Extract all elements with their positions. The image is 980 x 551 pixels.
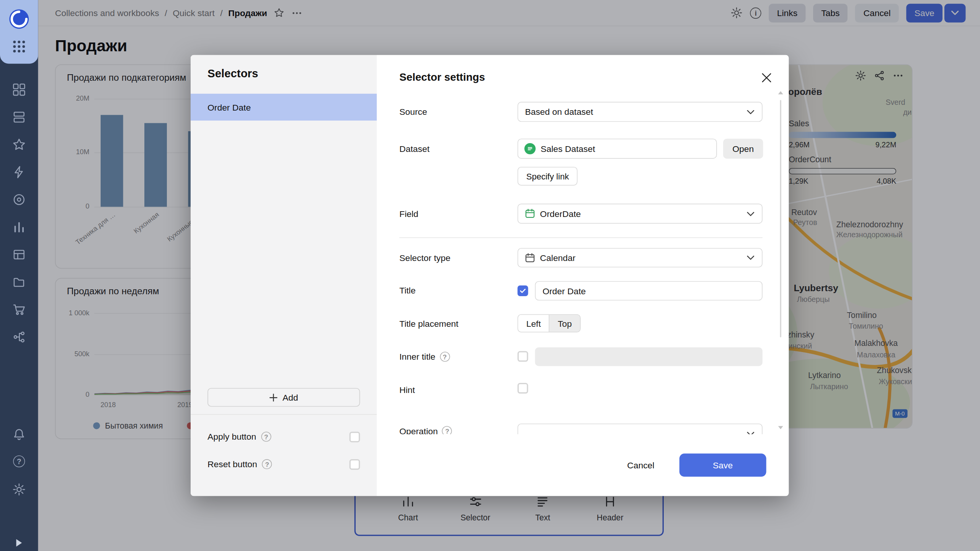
plus-icon — [270, 393, 278, 401]
apply-button-label: Apply button — [207, 432, 256, 442]
add-selector-button[interactable]: Add — [207, 388, 360, 407]
title-placement-label: Title placement — [399, 314, 458, 334]
calendar-icon — [525, 209, 535, 218]
scroll-up-icon[interactable] — [778, 91, 783, 94]
reset-button-label: Reset button — [207, 459, 257, 469]
chevron-down-icon — [747, 212, 755, 216]
operation-select[interactable] — [518, 424, 763, 434]
selector-type-label: Selector type — [399, 248, 450, 268]
notifications-bell-icon[interactable] — [13, 428, 26, 441]
expand-sidebar-icon[interactable] — [16, 539, 22, 547]
nav-marketplace-icon[interactable] — [13, 303, 26, 316]
dialog-title: Selector settings — [399, 71, 485, 84]
calendar-icon — [525, 253, 535, 262]
inner-title-input — [535, 347, 763, 366]
selectors-list-panel: Selectors Order Date Add Apply button ? … — [191, 55, 377, 496]
apply-button-option: Apply button ? — [207, 427, 360, 446]
open-dataset-button[interactable]: Open — [723, 139, 763, 158]
divider — [399, 237, 763, 238]
nav-dashboards-icon[interactable] — [13, 83, 26, 96]
title-input[interactable] — [535, 281, 763, 301]
apps-grid-icon[interactable] — [13, 40, 26, 53]
datalens-logo[interactable] — [0, 0, 38, 64]
inner-title-checkbox[interactable] — [518, 351, 528, 362]
help-icon[interactable]: ? — [440, 352, 450, 362]
placement-left-option[interactable]: Left — [518, 315, 549, 332]
hint-label: Hint — [399, 380, 415, 400]
selector-list-item[interactable]: Order Date — [191, 94, 377, 121]
help-icon[interactable]: ? — [442, 426, 452, 434]
field-label: Field — [399, 204, 418, 223]
reset-button-option: Reset button ? — [207, 455, 360, 474]
scrollbar[interactable] — [780, 100, 781, 337]
operation-label: Operation ? — [399, 421, 452, 434]
chevron-down-icon — [747, 256, 755, 260]
nav-collections-icon[interactable] — [13, 111, 26, 124]
title-placement-toggle: Left Top — [518, 314, 581, 332]
settings-form: Source Based on dataset Dataset Sales Da… — [377, 94, 789, 434]
nav-services-icon[interactable] — [13, 331, 26, 344]
help-icon[interactable]: ? — [13, 455, 25, 467]
dataset-field[interactable]: Sales Dataset — [518, 139, 717, 158]
nav-connections-icon[interactable] — [13, 276, 26, 289]
check-icon — [519, 287, 527, 295]
divider — [191, 414, 377, 415]
nav-datasets-icon[interactable] — [13, 248, 26, 261]
dataset-label: Dataset — [399, 139, 430, 158]
cancel-button[interactable]: Cancel — [623, 455, 658, 475]
chevron-down-icon — [747, 431, 755, 434]
apply-button-checkbox[interactable] — [350, 431, 360, 442]
datalens-logo-icon — [8, 8, 30, 30]
hint-checkbox[interactable] — [518, 383, 528, 394]
selector-settings-panel: Selector settings Source Based on datase… — [377, 55, 789, 496]
nav-favorites-icon[interactable] — [13, 138, 26, 151]
selectors-dialog: Selectors Order Date Add Apply button ? … — [191, 55, 789, 496]
specify-link-button[interactable]: Specify link — [518, 167, 578, 186]
help-icon[interactable]: ? — [262, 459, 272, 469]
dialog-footer: Cancel Save — [399, 434, 766, 496]
nav-editor-icon[interactable] — [13, 166, 26, 179]
source-label: Source — [399, 102, 427, 122]
screen: ? Collections and workbooks / Quick star… — [0, 0, 980, 551]
source-select[interactable]: Based on dataset — [518, 102, 763, 122]
nav-disk-icon[interactable] — [13, 193, 26, 206]
save-button[interactable]: Save — [679, 453, 766, 476]
scroll-down-icon[interactable] — [778, 426, 783, 429]
title-checkbox[interactable] — [518, 285, 528, 296]
placement-top-option[interactable]: Top — [550, 315, 580, 332]
inner-title-label: Inner title ? — [399, 347, 450, 367]
close-icon[interactable] — [759, 70, 774, 85]
chevron-down-icon — [747, 110, 755, 114]
sidebar: ? — [0, 0, 38, 551]
field-select[interactable]: OrderDate — [518, 204, 763, 223]
settings-gear-icon[interactable] — [13, 483, 26, 496]
selector-type-select[interactable]: Calendar — [518, 248, 763, 267]
selectors-panel-title: Selectors — [207, 67, 258, 80]
reset-button-checkbox[interactable] — [350, 459, 360, 469]
dataset-icon — [524, 143, 536, 154]
nav-charts-icon[interactable] — [13, 220, 26, 233]
help-icon[interactable]: ? — [261, 432, 271, 442]
title-label: Title — [399, 280, 415, 300]
